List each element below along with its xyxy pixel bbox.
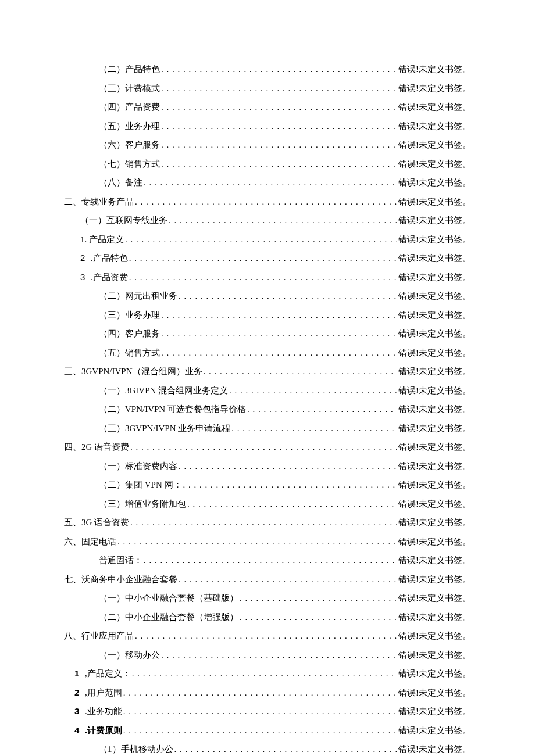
toc-entry: 3 .业务功能错误!未定义书签。 — [64, 706, 471, 716]
toc-entry: 普通固话：错误!未定义书签。 — [64, 555, 471, 565]
toc-entry: 二、专线业务产品错误!未定义书签。 — [64, 196, 471, 207]
toc-entry: 1. 产品定义错误!未定义书签。 — [64, 234, 471, 245]
toc-entry: （三）3GVPN/IVPN 业务申请流程错误!未定义书签。 — [64, 423, 471, 433]
toc-entry: 六、固定电话错误!未定义书签。 — [64, 536, 471, 547]
toc-entry: （六）客户服务错误!未定义书签。 — [64, 139, 471, 150]
toc-label: （三）3GVPN/IVPN 业务申请流程 — [99, 423, 230, 433]
toc-page-ref: 错误!未定义书签。 — [398, 139, 471, 150]
toc-label: （一）中小企业融合套餐（基础版） — [99, 593, 238, 603]
toc-page-ref: 错误!未定义书签。 — [398, 102, 471, 112]
toc-page-ref: 错误!未定义书签。 — [398, 442, 471, 452]
toc-leader-dots — [169, 215, 397, 225]
toc-page-ref: 错误!未定义书签。 — [398, 574, 471, 585]
toc-text: 八、行业应用产品 — [64, 631, 134, 640]
toc-entry: （一）标准资费内容错误!未定义书签。 — [64, 461, 471, 471]
toc-leader-dots — [229, 385, 397, 396]
toc-number: 4 — [74, 725, 79, 735]
toc-leader-dots — [144, 555, 397, 565]
toc-text: （一）标准资费内容 — [99, 461, 177, 471]
toc-number: 3 — [74, 706, 79, 716]
toc-page-ref: 错误!未定义书签。 — [398, 328, 471, 339]
toc-page-ref: 错误!未定义书签。 — [398, 536, 471, 547]
toc-page-ref: 错误!未定义书签。 — [398, 725, 471, 736]
toc-text: 四、2G 语音资费 — [64, 442, 129, 452]
toc-page-ref: 错误!未定义书签。 — [398, 612, 471, 622]
toc-text: .产品特色 — [88, 253, 128, 263]
toc-label: （四）产品资费 — [99, 102, 160, 112]
toc-text: 1. 产品定义 — [80, 235, 124, 244]
toc-entry: （一）互联网专线业务错误!未定义书签。 — [64, 215, 471, 225]
toc-entry: 2 .产品特色错误!未定义书签。 — [64, 253, 471, 263]
toc-entry: （三）增值业务附加包错误!未定义书签。 — [64, 499, 471, 509]
toc-leader-dots — [117, 536, 397, 547]
toc-text: 六、固定电话 — [64, 537, 116, 546]
toc-number: 1 — [74, 668, 79, 678]
toc-entry: 五、3G 语音资费错误!未定义书签。 — [64, 517, 471, 528]
toc-text: （二）产品特色 — [99, 65, 160, 74]
toc-text: （三）业务办理 — [99, 310, 160, 320]
toc-page-ref: 错误!未定义书签。 — [398, 366, 471, 377]
toc-page-ref: 错误!未定义书签。 — [398, 517, 471, 528]
toc-text: （二）VPN/IVPN 可选套餐包指导价格 — [99, 404, 246, 414]
toc-text: （三）增值业务附加包 — [99, 499, 186, 508]
toc-label: （二）集团 VPN 网： — [99, 479, 182, 490]
toc-leader-dots — [179, 461, 397, 471]
toc-text: .产品资费 — [88, 273, 128, 282]
toc-leader-dots — [130, 517, 397, 528]
toc-leader-dots — [161, 83, 397, 94]
toc-leader-dots — [161, 121, 397, 131]
toc-page-ref: 错误!未定义书签。 — [398, 461, 471, 471]
toc-leader-dots — [132, 668, 397, 679]
toc-page-ref: 错误!未定义书签。 — [398, 744, 471, 754]
toc-leader-dots — [125, 234, 397, 245]
toc-label: 四、2G 语音资费 — [64, 442, 129, 452]
toc-entry: 七、沃商务中小企业融合套餐错误!未定义书签。 — [64, 574, 471, 585]
toc-page-ref: 错误!未定义书签。 — [398, 310, 471, 320]
toc-number: 3 — [80, 272, 85, 282]
toc-leader-dots — [123, 725, 397, 736]
toc-entry: （五）业务办理错误!未定义书签。 — [64, 121, 471, 131]
toc-leader-dots — [123, 706, 397, 716]
toc-entry: （三）计费模式错误!未定义书签。 — [64, 83, 471, 94]
toc-leader-dots — [187, 499, 397, 509]
toc-text: （二）中小企业融合套餐（增强版） — [99, 612, 238, 622]
toc-text: （一）中小企业融合套餐（基础版） — [99, 593, 238, 603]
toc-page-ref: 错误!未定义书签。 — [398, 121, 471, 131]
toc-page-ref: 错误!未定义书签。 — [398, 479, 471, 490]
toc-text: .业务功能 — [83, 707, 122, 716]
toc-leader-dots — [161, 650, 397, 660]
toc-leader-dots — [183, 479, 397, 490]
toc-entry: （五）销售方式错误!未定义书签。 — [64, 347, 471, 358]
toc-entry: 1 ,产品定义：错误!未定义书签。 — [64, 668, 471, 679]
toc-text: 七、沃商务中小企业融合套餐 — [64, 575, 177, 584]
toc-page-ref: 错误!未定义书签。 — [398, 196, 471, 207]
toc-text: 五、3G 语音资费 — [64, 518, 129, 527]
toc-entry: 3 .产品资费错误!未定义书签。 — [64, 272, 471, 282]
toc-entry: （二）产品特色错误!未定义书签。 — [64, 64, 471, 74]
toc-page-ref: 错误!未定义书签。 — [398, 706, 471, 716]
toc-text: （八）备注 — [99, 178, 142, 187]
toc-text: 二、专线业务产品 — [64, 197, 134, 206]
toc-number: 2 — [74, 687, 79, 697]
toc-page-ref: 错误!未定义书签。 — [398, 83, 471, 94]
toc-label: （八）备注 — [99, 177, 142, 188]
toc-leader-dots — [161, 64, 397, 74]
toc-text: ,用户范围 — [83, 688, 122, 697]
toc-text: （一）3GIVPN 混合组网业务定义 — [99, 386, 228, 395]
toc-text: （五）销售方式 — [99, 348, 160, 357]
toc-entry: （二）集团 VPN 网：错误!未定义书签。 — [64, 479, 471, 490]
toc-page-ref: 错误!未定义书签。 — [398, 423, 471, 433]
toc-page-ref: 错误!未定义书签。 — [398, 64, 471, 74]
toc-leader-dots — [130, 442, 397, 452]
toc-label: （一）3GIVPN 混合组网业务定义 — [99, 385, 228, 396]
toc-label: （一）标准资费内容 — [99, 461, 177, 471]
toc-entry: （二）VPN/IVPN 可选套餐包指导价格错误!未定义书签。 — [64, 404, 471, 414]
toc-leader-dots — [144, 177, 397, 188]
toc-label: （三）计费模式 — [99, 83, 160, 94]
toc-entry: （一）移动办公错误!未定义书签。 — [64, 650, 471, 660]
toc-label: （三）业务办理 — [99, 310, 160, 320]
toc-label: （三）增值业务附加包 — [99, 499, 186, 509]
toc-text: （二）网元出租业务 — [99, 291, 177, 300]
toc-page-ref: 错误!未定义书签。 — [398, 234, 471, 245]
toc-label: 3 .产品资费 — [80, 272, 128, 282]
